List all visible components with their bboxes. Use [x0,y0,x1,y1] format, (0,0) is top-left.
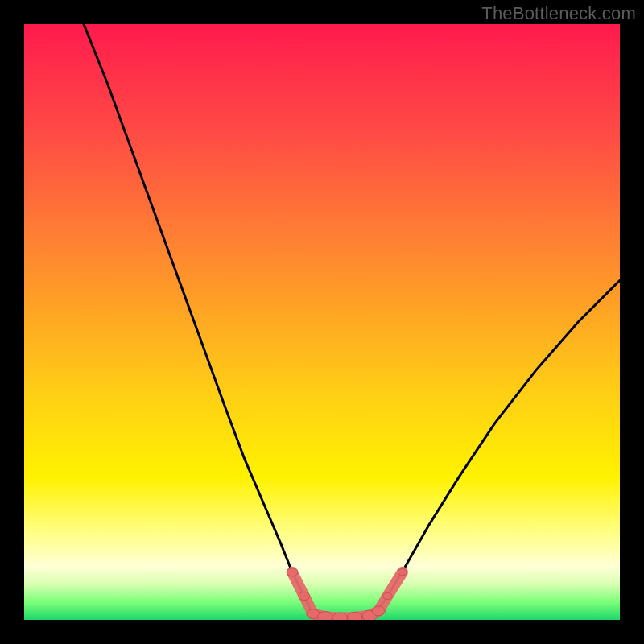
outer-frame: TheBottleneck.com [0,0,644,644]
watermark-text: TheBottleneck.com [481,3,636,24]
plot-area [24,24,620,620]
heat-gradient [24,24,620,620]
